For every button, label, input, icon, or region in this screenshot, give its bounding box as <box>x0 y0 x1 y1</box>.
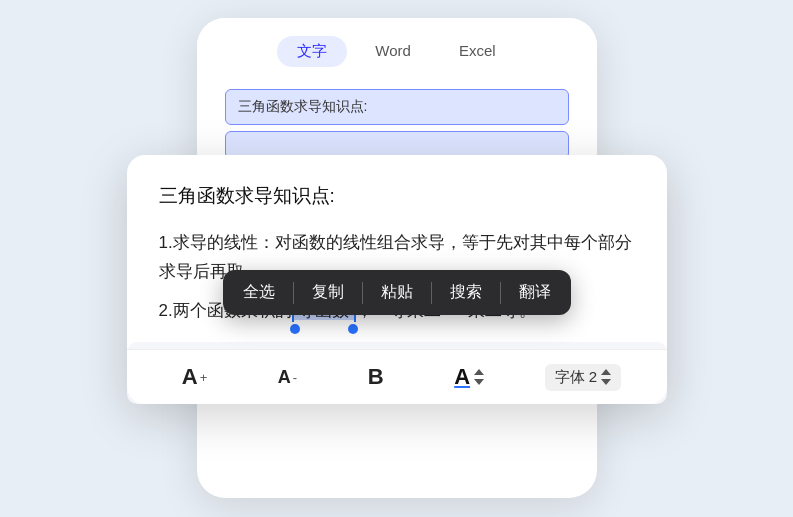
context-menu-copy[interactable]: 复制 <box>296 270 360 315</box>
tab-bar: 文字 Word Excel <box>197 18 597 79</box>
font-badge-chevrons <box>601 369 611 385</box>
tab-word[interactable]: Word <box>355 36 431 67</box>
font-picker-button[interactable]: 字体 2 <box>545 364 622 391</box>
context-menu-search[interactable]: 搜索 <box>434 270 498 315</box>
doc-title-bar: 三角函数求导知识点: <box>225 89 569 125</box>
cursor-dot-right <box>348 324 358 334</box>
tab-excel[interactable]: Excel <box>439 36 516 67</box>
divider-2 <box>362 282 363 304</box>
font-chevron-up-icon <box>601 369 611 375</box>
context-menu-translate[interactable]: 翻译 <box>503 270 567 315</box>
context-menu-select-all[interactable]: 全选 <box>227 270 291 315</box>
bottom-toolbar: A+ A- B A 字体 2 <box>127 349 667 404</box>
font-color-button[interactable]: A <box>444 360 494 394</box>
bold-button[interactable]: B <box>358 360 394 394</box>
font-chevron-down-icon <box>601 379 611 385</box>
font-color-chevrons <box>474 369 484 385</box>
chevron-down-icon <box>474 379 484 385</box>
context-menu: 全选 复制 粘贴 搜索 翻译 <box>223 270 571 315</box>
context-menu-paste[interactable]: 粘贴 <box>365 270 429 315</box>
chevron-up-icon <box>474 369 484 375</box>
divider-3 <box>431 282 432 304</box>
tab-text[interactable]: 文字 <box>277 36 347 67</box>
cursor-dot-left <box>290 324 300 334</box>
font-decrease-button[interactable]: A- <box>268 363 307 392</box>
content-title: 三角函数求导知识点: <box>159 183 635 209</box>
divider-1 <box>293 282 294 304</box>
font-increase-button[interactable]: A+ <box>172 360 217 394</box>
divider-4 <box>500 282 501 304</box>
